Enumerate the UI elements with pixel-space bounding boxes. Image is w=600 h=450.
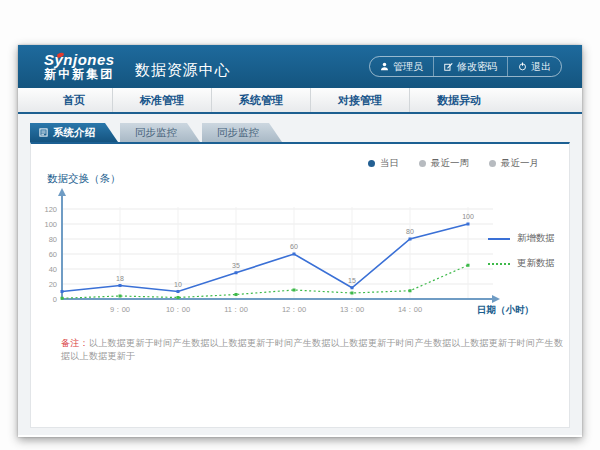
change-password-label: 修改密码: [457, 60, 497, 74]
chart-panel: 当日 最近一周 最近一月 数据交换（条） 0204060801001209：00…: [30, 142, 570, 428]
svg-text:80: 80: [406, 228, 414, 235]
nav-item-home[interactable]: 首页: [36, 88, 112, 112]
svg-text:0: 0: [53, 295, 57, 304]
svg-text:35: 35: [232, 262, 240, 269]
nav-item-data-changes[interactable]: 数据异动: [409, 88, 508, 112]
content-area: 系统介绍 同步监控 同步监控 当日 最近一周: [18, 114, 582, 435]
svg-text:9：00: 9：00: [110, 305, 130, 314]
legend-label: 更新数据: [517, 257, 555, 270]
company-logo: Synjones 新中新集团: [44, 52, 115, 80]
footnote-text: 以上数据更新于时间产生数据以上数据更新于时间产生数据以上数据更新于时间产生数据以…: [61, 338, 563, 361]
power-icon: [518, 62, 527, 71]
svg-text:80: 80: [49, 235, 57, 244]
time-range-filter: 当日 最近一周 最近一月: [31, 144, 569, 170]
tab-label: 系统介绍: [53, 126, 95, 140]
person-icon: [380, 62, 389, 71]
radio-dot-icon: [368, 160, 375, 167]
tab-sync-monitor-2[interactable]: 同步监控: [202, 123, 282, 142]
svg-text:40: 40: [49, 265, 57, 274]
y-axis-title: 数据交换（条）: [47, 172, 569, 187]
tab-system-intro[interactable]: 系统介绍: [30, 123, 118, 142]
svg-text:13：00: 13：00: [340, 305, 364, 314]
logo-text-cn: 新中新集团: [44, 68, 115, 81]
edit-icon: [444, 62, 453, 71]
tab-label: 同步监控: [217, 126, 259, 140]
radio-last-week[interactable]: 最近一周: [419, 156, 469, 170]
legend-item-updated-data[interactable]: 更新数据: [488, 257, 555, 270]
radio-label: 最近一月: [501, 157, 539, 170]
svg-text:100: 100: [44, 220, 57, 229]
page-title: 数据资源中心: [135, 61, 231, 80]
solid-line-icon: [488, 238, 510, 240]
app-header: Synjones 新中新集团 数据资源中心 管理员 修改密码: [18, 45, 582, 88]
user-toolbar: 管理员 修改密码 退出: [369, 56, 562, 77]
radio-today[interactable]: 当日: [368, 156, 399, 170]
svg-text:60: 60: [49, 250, 57, 259]
app-window: Synjones 新中新集团 数据资源中心 管理员 修改密码: [18, 45, 582, 437]
svg-text:120: 120: [44, 205, 57, 214]
svg-text:日期（小时）: 日期（小时）: [477, 304, 534, 316]
legend-item-new-data[interactable]: 新增数据: [488, 232, 555, 245]
logout-button[interactable]: 退出: [507, 57, 561, 76]
svg-text:60: 60: [290, 243, 298, 250]
logo-text-en: Synjones: [44, 52, 115, 68]
change-password-button[interactable]: 修改密码: [433, 57, 507, 76]
chart-legend: 新增数据 更新数据: [488, 232, 555, 282]
user-label: 管理员: [393, 60, 423, 74]
radio-dot-icon: [419, 160, 426, 167]
radio-label: 最近一周: [431, 157, 469, 170]
svg-text:10：00: 10：00: [166, 305, 190, 314]
document-icon: [39, 128, 48, 137]
main-nav: 首页 标准管理 系统管理 对接管理 数据异动: [18, 88, 582, 114]
nav-item-system[interactable]: 系统管理: [211, 88, 310, 112]
radio-label: 当日: [380, 157, 399, 170]
tab-label: 同步监控: [135, 126, 177, 140]
svg-text:11：00: 11：00: [224, 305, 248, 314]
user-button[interactable]: 管理员: [370, 57, 433, 76]
svg-text:10: 10: [174, 281, 182, 288]
footnote: 备注：以上数据更新于时间产生数据以上数据更新于时间产生数据以上数据更新于时间产生…: [61, 337, 569, 363]
line-chart: 0204060801001209：0010：0011：0012：0013：001…: [43, 187, 563, 321]
svg-text:14：00: 14：00: [398, 305, 422, 314]
nav-item-standards[interactable]: 标准管理: [112, 88, 211, 112]
svg-text:15: 15: [348, 277, 356, 284]
logout-label: 退出: [531, 60, 551, 74]
svg-text:18: 18: [116, 275, 124, 282]
footnote-label: 备注：: [61, 338, 89, 348]
tab-bar: 系统介绍 同步监控 同步监控: [30, 123, 570, 142]
nav-item-integration[interactable]: 对接管理: [310, 88, 409, 112]
svg-text:12：00: 12：00: [282, 305, 306, 314]
radio-last-month[interactable]: 最近一月: [489, 156, 539, 170]
legend-label: 新增数据: [517, 232, 555, 245]
svg-text:100: 100: [462, 213, 474, 220]
svg-text:20: 20: [49, 280, 57, 289]
radio-dot-icon: [489, 160, 496, 167]
tab-sync-monitor-1[interactable]: 同步监控: [120, 123, 200, 142]
dotted-line-icon: [488, 263, 510, 265]
